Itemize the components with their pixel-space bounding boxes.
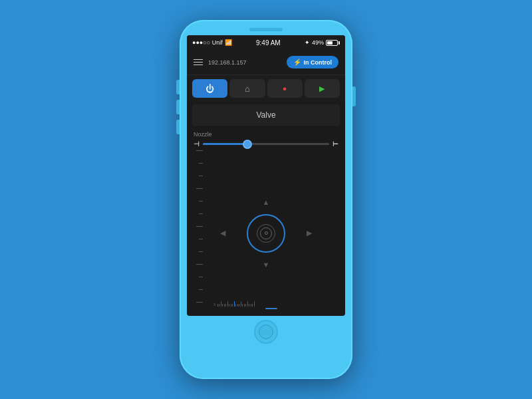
tab-bar: ⏻ ⌂ ● ▶ [187,75,345,102]
nozzle-label: Nozzle [194,131,338,138]
x-position-indicator [265,308,277,310]
battery-icon [326,40,340,46]
side-button-vol-down[interactable] [176,100,180,114]
dpad-left-arrow[interactable]: ◀ [220,229,225,237]
ruler-tick [199,277,203,277]
ip-address: 192.168.1.157 [208,59,247,66]
ruler-tick [199,163,203,164]
speaker [249,28,283,31]
phone-bottom [254,320,278,344]
ruler-tick [199,239,203,239]
time-display: 9:49 AM [256,39,281,47]
ruler-tick [196,264,203,265]
nozzle-slider-track[interactable] [203,143,329,145]
power-icon: ⏻ [205,84,214,94]
valve-row: Valve [192,104,340,126]
slider-fill [203,143,247,145]
status-right: ✦ 49% [305,39,340,46]
vertical-ruler [194,150,203,303]
ruler-tick [196,188,203,189]
side-button-power[interactable] [352,86,356,106]
in-control-button[interactable]: ⚡ In Control [287,56,339,68]
x-axis-ruler: x [203,297,338,309]
tab-power[interactable]: ⏻ [192,79,227,98]
dpad-right-arrow[interactable]: ▶ [307,229,312,237]
app-header: 192.168.1.157 ⚡ In Control [187,50,345,75]
x-label: x [213,302,216,307]
dpad-middle: ◀ ▶ [220,214,312,253]
home-button-inner [259,325,273,339]
fingerprint-dot [265,231,268,235]
ruler-tick [199,176,203,176]
status-left: ●●●○○ Unif 📶 [192,39,232,46]
valve-label: Valve [256,110,275,120]
home-button[interactable] [254,320,278,344]
hamburger-menu-icon[interactable] [194,59,203,66]
dpad-container: ▲ ◀ ▶ ▼ [220,198,312,269]
tab-play[interactable]: ▶ [305,79,340,98]
dpad-up-arrow[interactable]: ▲ [263,198,270,206]
tab-home[interactable]: ⌂ [229,79,265,98]
in-control-label: In Control [304,59,332,66]
nozzle-area: Nozzle ⊣ ⊢ [187,128,345,150]
bolt-icon: ⚡ [293,59,301,66]
ruler-tick [196,302,203,303]
side-button-vol-up[interactable] [176,80,180,94]
nozzle-slider-row: ⊣ ⊢ [194,140,338,148]
phone-shell: ●●●○○ Unif 📶 9:49 AM ✦ 49% [180,20,352,379]
ruler-tick [199,251,203,252]
status-bar: ●●●○○ Unif 📶 9:49 AM ✦ 49% [187,35,345,50]
ruler-tick [199,213,203,214]
fingerprint-inner [260,227,272,239]
fingerprint-outer [257,224,275,243]
carrier-text: ●●●○○ Unif [192,39,223,46]
side-button-mute[interactable] [176,120,180,134]
battery-percent: 49% [312,39,324,46]
dpad-down-arrow[interactable]: ▼ [263,261,270,269]
bluetooth-icon: ✦ [305,39,310,46]
record-icon: ● [283,84,287,92]
control-area: ▲ ◀ ▶ ▼ x [187,150,345,316]
ruler-tick [199,201,203,201]
slider-thumb[interactable] [243,140,252,149]
play-icon: ▶ [319,84,325,93]
ruler-tick [196,150,203,151]
slider-right-icon: ⊢ [332,140,338,148]
joystick-button[interactable] [247,214,285,253]
phone-screen: ●●●○○ Unif 📶 9:49 AM ✦ 49% [187,35,345,316]
wifi-icon: 📶 [225,39,232,46]
tab-record[interactable]: ● [267,79,303,98]
slider-left-icon: ⊣ [194,140,200,148]
home-icon: ⌂ [245,84,250,94]
ruler-tick [199,289,203,290]
header-left: 192.168.1.157 [194,59,247,66]
ruler-tick [196,226,203,227]
